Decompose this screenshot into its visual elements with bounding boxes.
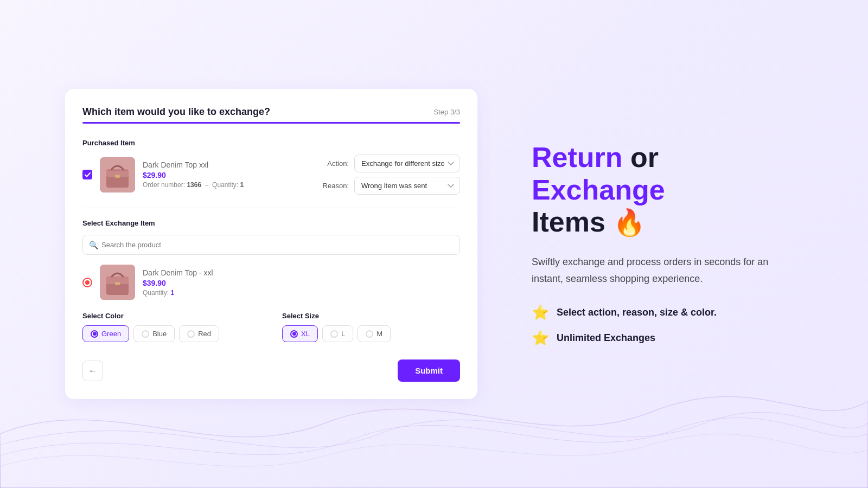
progress-bar-container (82, 122, 460, 124)
color-choices: Green Blue Red (82, 325, 260, 342)
submit-button[interactable]: Submit (398, 359, 460, 382)
radio-dot-inner (85, 280, 90, 285)
left-panel: Which item would you like to exchange? S… (65, 89, 477, 399)
panel-footer: ← Submit (82, 357, 460, 382)
color-green[interactable]: Green (82, 325, 129, 342)
options-row: Select Color Green Blue Red (82, 312, 460, 342)
size-l-label: L (341, 330, 345, 338)
svg-rect-3 (115, 175, 120, 178)
color-red-label: Red (198, 330, 211, 338)
exchange-item-info: Dark Denim Top - xxl $39.90 Quantity: 1 (143, 268, 460, 297)
color-label: Select Color (82, 312, 260, 320)
divider (82, 208, 460, 208)
hero-word-return: Return (532, 142, 623, 173)
search-input[interactable] (82, 235, 460, 255)
step-label: Step 3/3 (434, 108, 460, 116)
purchased-item-info: Dark Denim Top xxl $29.90 Order number: … (143, 160, 311, 189)
section-exchange-label: Select Exchange Item (82, 219, 460, 227)
reason-label: Reason: (319, 182, 349, 190)
section-purchased-label: Purchased Item (82, 139, 460, 147)
reason-dropdown[interactable]: Wrong item was sent Defective product Ch… (354, 177, 460, 195)
hero-word-items: Items (532, 206, 605, 237)
feature-item-1: ⭐ Select action, reason, size & color. (532, 304, 792, 321)
size-m-radio (366, 330, 373, 338)
svg-rect-9 (107, 278, 127, 278)
size-l-radio (330, 330, 338, 338)
size-xl[interactable]: XL (282, 325, 318, 342)
main-layout: Which item would you like to exchange? S… (0, 0, 868, 488)
exchange-item-quantity-link[interactable]: 1 (170, 289, 174, 297)
size-choices: XL L M (282, 325, 460, 342)
exchange-item-meta: Quantity: 1 (143, 289, 460, 297)
star-icon-1: ⭐ (532, 304, 549, 321)
size-xl-label: XL (301, 330, 310, 338)
color-red[interactable]: Red (179, 325, 219, 342)
color-green-fill (93, 332, 97, 336)
svg-rect-4 (107, 170, 127, 171)
feature-text-2: Unlimited Exchanges (557, 332, 655, 344)
purchased-item-name: Dark Denim Top xxl (143, 160, 311, 169)
color-blue-label: Blue (152, 330, 167, 338)
exchange-item-row: Dark Denim Top - xxl $39.90 Quantity: 1 (82, 265, 460, 300)
progress-bar-fill (82, 122, 460, 124)
size-xl-radio (290, 330, 298, 338)
star-icon-2: ⭐ (532, 330, 549, 346)
svg-rect-8 (115, 282, 120, 285)
size-xl-fill (292, 332, 296, 336)
color-red-radio (187, 330, 195, 338)
hero-subtitle: Swiftly exchange and process orders in s… (532, 254, 792, 287)
reason-row: Reason: Wrong item was sent Defective pr… (319, 177, 460, 195)
purchased-item-price: $29.90 (143, 171, 311, 179)
size-m[interactable]: M (358, 325, 391, 342)
search-wrap: 🔍 (82, 235, 460, 255)
hero-title: Return or Exchange Items 🔥 (532, 142, 792, 239)
feature-text-1: Select action, reason, size & color. (557, 307, 717, 318)
search-icon: 🔍 (89, 241, 98, 249)
size-m-label: M (376, 330, 382, 338)
size-option-group: Select Size XL L M (282, 312, 460, 342)
hero-emoji: 🔥 (613, 208, 646, 237)
panel-header: Which item would you like to exchange? S… (82, 106, 460, 118)
action-dropdown[interactable]: Exchange for different size Return item … (354, 155, 460, 172)
feature-item-2: ⭐ Unlimited Exchanges (532, 330, 792, 346)
color-green-radio (91, 330, 98, 338)
size-l[interactable]: L (322, 325, 353, 342)
purchased-item-image (100, 157, 135, 192)
color-blue[interactable]: Blue (133, 325, 175, 342)
item-checkbox[interactable] (82, 170, 92, 179)
exchange-item-price: $39.90 (143, 279, 460, 287)
page-title: Which item would you like to exchange? (82, 106, 270, 118)
purchased-item-row: Dark Denim Top xxl $29.90 Order number: … (82, 155, 460, 195)
color-blue-radio (142, 330, 149, 338)
exchange-item-radio[interactable] (82, 278, 92, 287)
feature-list: ⭐ Select action, reason, size & color. ⭐… (532, 304, 792, 346)
action-row: Action: Exchange for different size Retu… (319, 155, 460, 172)
exchange-item-name: Dark Denim Top - xxl (143, 268, 460, 277)
action-label: Action: (319, 159, 349, 168)
back-button[interactable]: ← (82, 361, 103, 381)
color-option-group: Select Color Green Blue Red (82, 312, 260, 342)
color-green-label: Green (101, 330, 121, 338)
exchange-item-image (100, 265, 135, 300)
purchased-item-meta: Order number: 1366 – Quantity: 1 (143, 181, 311, 189)
right-panel: Return or Exchange Items 🔥 Swiftly excha… (521, 131, 803, 358)
item-actions: Action: Exchange for different size Retu… (319, 155, 460, 195)
size-label: Select Size (282, 312, 460, 320)
